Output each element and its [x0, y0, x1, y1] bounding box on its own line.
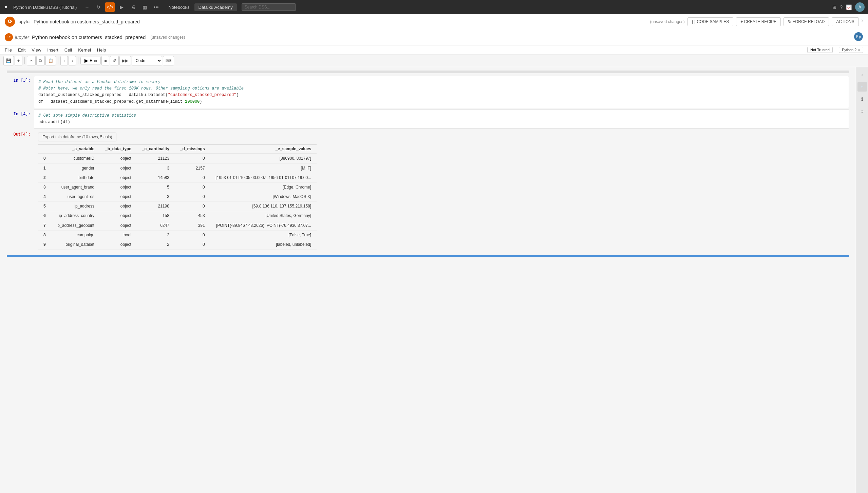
- cell-e: [M, F]: [210, 163, 317, 173]
- jupyter-header: ⟳ jupyter Python notebook on customers_s…: [0, 29, 868, 45]
- code-line-1: # Read the dataset as a Pandas dataframe…: [38, 79, 845, 85]
- sidebar-circle-icon[interactable]: ○: [857, 106, 867, 116]
- code-icon[interactable]: </>: [105, 2, 115, 12]
- run-label: Run: [90, 58, 97, 63]
- help-icon[interactable]: ?: [840, 4, 843, 10]
- cell-b: object: [100, 173, 137, 182]
- table-row: 6 ip_address_country object 158 453 [Uni…: [38, 211, 317, 221]
- stop-button[interactable]: ■: [101, 56, 109, 65]
- export-button[interactable]: Export this dataframe (10 rows, 5 cols): [38, 133, 116, 141]
- collapse-icon[interactable]: ›: [862, 17, 863, 26]
- cell-b: object: [100, 202, 137, 211]
- cell-e: [Edge, Chrome]: [210, 182, 317, 192]
- print-icon[interactable]: 🖨: [128, 2, 138, 12]
- cell-idx: 1: [38, 163, 51, 173]
- cell-d: 0: [175, 173, 210, 182]
- cell-4-content[interactable]: # Get some simple descriptive statistics…: [34, 110, 849, 129]
- dataiku-logo: ✦: [3, 3, 8, 11]
- restart-button[interactable]: ↺: [110, 56, 119, 65]
- secondary-notebook-title: Python notebook on customers_stacked_pre…: [34, 19, 647, 24]
- col-c: _c_cardinality: [137, 144, 175, 154]
- cell-3-label: In [3]:: [7, 76, 34, 108]
- cell-b: object: [100, 240, 137, 250]
- jupyter-unsaved: (unsaved changes): [150, 35, 185, 40]
- cell-e: [United States, Germany]: [210, 211, 317, 221]
- restart-run-button[interactable]: ▶▶: [119, 56, 131, 65]
- menu-kernel[interactable]: Kernel: [78, 47, 91, 53]
- code-samples-button[interactable]: { } CODE SAMPLES: [687, 17, 733, 26]
- keyboard-button[interactable]: ⌨: [163, 56, 174, 65]
- menu-cell[interactable]: Cell: [64, 47, 72, 53]
- cut-button[interactable]: ✂: [27, 56, 36, 65]
- cell-a: customerID: [51, 154, 100, 163]
- top-nav-right: ⊞ ? 📈 A: [832, 2, 865, 12]
- run-button[interactable]: |▶ Run: [80, 57, 101, 64]
- cell-c: 14583: [137, 173, 175, 182]
- cell-e: [POINT(-89.8467 43.2626), POINT(-76.4936…: [210, 221, 317, 230]
- trusted-button[interactable]: Not Trusted: [807, 47, 833, 53]
- cell-a: ip_address_country: [51, 211, 100, 221]
- table-row: 7 ip_address_geopoint object 6247 391 [P…: [38, 221, 317, 230]
- create-recipe-button[interactable]: + CREATE RECIPE: [736, 17, 781, 26]
- cell-4-output: Out[4]: Export this dataframe (10 rows, …: [0, 130, 856, 252]
- cell-c: 21123: [137, 154, 175, 163]
- cell-a: birthdate: [51, 173, 100, 182]
- force-reload-button[interactable]: ↻ FORCE RELOAD: [784, 17, 829, 26]
- arrow-icon[interactable]: →: [82, 2, 92, 12]
- cell-idx: 8: [38, 230, 51, 240]
- cell-d: 0: [175, 202, 210, 211]
- cell-4: In [4]: # Get some simple descriptive st…: [0, 110, 856, 129]
- col-d: _d_missings: [175, 144, 210, 154]
- jupyter-notebook-title: Python notebook on customers_stacked_pre…: [32, 34, 146, 40]
- chart-icon[interactable]: 📈: [846, 4, 852, 10]
- cell-idx: 4: [38, 192, 51, 202]
- jupyter-word: jupyter: [15, 35, 29, 40]
- cell-d: 0: [175, 192, 210, 202]
- move-down-button[interactable]: ↓: [69, 56, 76, 65]
- user-avatar[interactable]: A: [855, 2, 865, 12]
- menu-help[interactable]: Help: [97, 47, 106, 53]
- copy-button[interactable]: ⧉: [36, 56, 45, 65]
- toolbar-separator-3: [78, 57, 78, 64]
- grid-apps-icon[interactable]: ⊞: [832, 4, 836, 10]
- cell-c: 2: [137, 240, 175, 250]
- more-icon[interactable]: •••: [151, 2, 161, 12]
- code-line-3: dataset_customers_stacked_prepared = dat…: [38, 92, 845, 98]
- add-cell-button[interactable]: +: [15, 56, 22, 65]
- search-input[interactable]: [242, 3, 296, 11]
- sidebar-collapse-icon[interactable]: ›: [857, 70, 867, 79]
- actions-button[interactable]: ACTIONS: [832, 17, 858, 26]
- unsaved-indicator: (unsaved changes): [650, 19, 685, 24]
- paste-button[interactable]: 📋: [45, 56, 56, 65]
- menu-view[interactable]: View: [32, 47, 41, 53]
- cell-continuation: [7, 71, 849, 73]
- menu-file[interactable]: File: [5, 47, 12, 53]
- cell-b: object: [100, 182, 137, 192]
- sidebar-info-icon[interactable]: ℹ: [857, 94, 867, 104]
- play-icon[interactable]: ▶: [117, 2, 126, 12]
- cell-b: object: [100, 192, 137, 202]
- cell-type-select[interactable]: Code Markdown Raw: [132, 56, 162, 65]
- grid-icon[interactable]: ▦: [140, 2, 149, 12]
- cell-c: 2: [137, 230, 175, 240]
- cell-b: object: [100, 154, 137, 163]
- save-button[interactable]: 💾: [3, 56, 14, 65]
- cell-a: original_dataset: [51, 240, 100, 250]
- refresh-icon[interactable]: ↻: [94, 2, 103, 12]
- cell-a: user_agent_brand: [51, 182, 100, 192]
- sidebar-plus-icon[interactable]: +: [857, 82, 867, 92]
- notebooks-button[interactable]: Notebooks: [168, 5, 189, 10]
- menu-edit[interactable]: Edit: [18, 47, 25, 53]
- run-icon: |▶: [84, 58, 88, 63]
- cell-3-content[interactable]: # Read the dataset as a Pandas dataframe…: [34, 76, 849, 108]
- cell-e: [labeled, unlabeled]: [210, 240, 317, 250]
- jupyter-menu: File Edit View Insert Cell Kernel Help N…: [0, 45, 868, 55]
- table-row: 3 user_agent_brand object 5 0 [Edge, Chr…: [38, 182, 317, 192]
- cell-d: 453: [175, 211, 210, 221]
- academy-button[interactable]: Dataiku Academy: [194, 3, 237, 11]
- move-up-button[interactable]: ↑: [60, 56, 68, 65]
- cell-a: campaign: [51, 230, 100, 240]
- menu-insert[interactable]: Insert: [47, 47, 58, 53]
- table-row: 9 original_dataset object 2 0 [labeled, …: [38, 240, 317, 250]
- secondary-actions: { } CODE SAMPLES + CREATE RECIPE ↻ FORCE…: [687, 17, 863, 26]
